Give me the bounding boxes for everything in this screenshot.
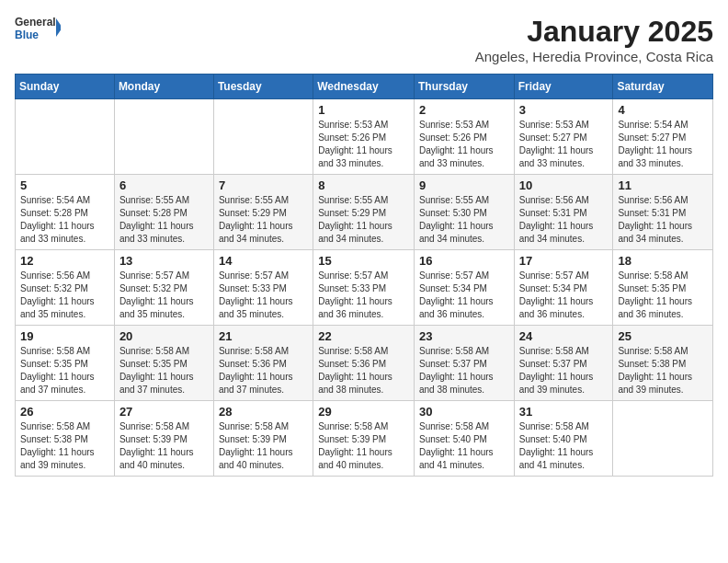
day-info: Sunrise: 5:55 AM Sunset: 5:29 PM Dayligh… [318, 194, 409, 246]
day-number: 6 [119, 178, 209, 192]
table-row: 16Sunrise: 5:57 AM Sunset: 5:34 PM Dayli… [414, 250, 514, 326]
day-info: Sunrise: 5:57 AM Sunset: 5:33 PM Dayligh… [219, 270, 308, 321]
day-info: Sunrise: 5:56 AM Sunset: 5:31 PM Dayligh… [618, 194, 708, 246]
header-wednesday: Wednesday [313, 75, 415, 99]
header-friday: Friday [514, 75, 613, 99]
logo: General Blue [15, 15, 61, 40]
day-info: Sunrise: 5:54 AM Sunset: 5:28 PM Dayligh… [20, 194, 109, 246]
day-number: 12 [20, 254, 109, 268]
day-info: Sunrise: 5:58 AM Sunset: 5:36 PM Dayligh… [219, 345, 308, 396]
header-sunday: Sunday [16, 75, 115, 99]
table-row: 3Sunrise: 5:53 AM Sunset: 5:27 PM Daylig… [514, 99, 613, 175]
header-thursday: Thursday [414, 75, 514, 99]
day-number: 20 [119, 329, 209, 343]
table-row: 27Sunrise: 5:58 AM Sunset: 5:39 PM Dayli… [114, 401, 213, 477]
day-info: Sunrise: 5:58 AM Sunset: 5:40 PM Dayligh… [519, 420, 609, 472]
table-row: 30Sunrise: 5:58 AM Sunset: 5:40 PM Dayli… [414, 401, 514, 477]
table-row: 24Sunrise: 5:58 AM Sunset: 5:37 PM Dayli… [514, 326, 613, 401]
table-row: 8Sunrise: 5:55 AM Sunset: 5:29 PM Daylig… [313, 175, 415, 250]
table-row [16, 99, 115, 175]
day-number: 2 [419, 103, 509, 117]
table-row: 1Sunrise: 5:53 AM Sunset: 5:26 PM Daylig… [313, 99, 415, 175]
calendar-week-row: 1Sunrise: 5:53 AM Sunset: 5:26 PM Daylig… [16, 99, 713, 175]
day-info: Sunrise: 5:58 AM Sunset: 5:39 PM Dayligh… [318, 420, 409, 472]
logo-svg: General Blue [15, 15, 61, 40]
header-saturday: Saturday [613, 75, 713, 99]
table-row: 28Sunrise: 5:58 AM Sunset: 5:39 PM Dayli… [213, 401, 313, 477]
table-row: 12Sunrise: 5:56 AM Sunset: 5:32 PM Dayli… [16, 250, 115, 326]
table-row [213, 99, 313, 175]
table-row: 25Sunrise: 5:58 AM Sunset: 5:38 PM Dayli… [613, 326, 713, 401]
day-number: 7 [219, 178, 308, 192]
table-row: 17Sunrise: 5:57 AM Sunset: 5:34 PM Dayli… [514, 250, 613, 326]
table-row: 6Sunrise: 5:55 AM Sunset: 5:28 PM Daylig… [114, 175, 213, 250]
table-row: 2Sunrise: 5:53 AM Sunset: 5:26 PM Daylig… [414, 99, 514, 175]
day-info: Sunrise: 5:58 AM Sunset: 5:37 PM Dayligh… [419, 345, 509, 396]
calendar-week-row: 19Sunrise: 5:58 AM Sunset: 5:35 PM Dayli… [16, 326, 713, 401]
day-info: Sunrise: 5:53 AM Sunset: 5:26 PM Dayligh… [419, 119, 509, 170]
day-number: 3 [519, 103, 609, 117]
day-number: 27 [119, 405, 209, 419]
day-info: Sunrise: 5:58 AM Sunset: 5:38 PM Dayligh… [618, 345, 708, 396]
page-container: General Blue January 2025 Angeles, Hered… [15, 15, 713, 477]
table-row: 21Sunrise: 5:58 AM Sunset: 5:36 PM Dayli… [213, 326, 313, 401]
table-row: 31Sunrise: 5:58 AM Sunset: 5:40 PM Dayli… [514, 401, 613, 477]
day-info: Sunrise: 5:56 AM Sunset: 5:31 PM Dayligh… [519, 194, 609, 246]
day-number: 23 [419, 329, 509, 343]
day-number: 14 [219, 254, 308, 268]
day-number: 26 [20, 405, 109, 419]
day-number: 11 [618, 178, 708, 192]
day-number: 28 [219, 405, 308, 419]
day-info: Sunrise: 5:56 AM Sunset: 5:32 PM Dayligh… [20, 270, 109, 321]
day-number: 18 [618, 254, 708, 268]
day-info: Sunrise: 5:58 AM Sunset: 5:37 PM Dayligh… [519, 345, 609, 396]
header: General Blue January 2025 Angeles, Hered… [15, 15, 713, 64]
day-number: 31 [519, 405, 609, 419]
day-number: 8 [318, 178, 409, 192]
day-info: Sunrise: 5:58 AM Sunset: 5:35 PM Dayligh… [20, 345, 109, 396]
day-number: 25 [618, 329, 708, 343]
subtitle: Angeles, Heredia Province, Costa Rica [475, 49, 713, 64]
table-row: 23Sunrise: 5:58 AM Sunset: 5:37 PM Dayli… [414, 326, 514, 401]
day-info: Sunrise: 5:57 AM Sunset: 5:32 PM Dayligh… [119, 270, 209, 321]
title-section: January 2025 Angeles, Heredia Province, … [475, 15, 713, 64]
day-info: Sunrise: 5:53 AM Sunset: 5:27 PM Dayligh… [519, 119, 609, 170]
table-row: 9Sunrise: 5:55 AM Sunset: 5:30 PM Daylig… [414, 175, 514, 250]
day-info: Sunrise: 5:58 AM Sunset: 5:36 PM Dayligh… [318, 345, 409, 396]
day-number: 13 [119, 254, 209, 268]
day-info: Sunrise: 5:57 AM Sunset: 5:33 PM Dayligh… [318, 270, 409, 321]
day-info: Sunrise: 5:54 AM Sunset: 5:27 PM Dayligh… [618, 119, 708, 170]
table-row: 14Sunrise: 5:57 AM Sunset: 5:33 PM Dayli… [213, 250, 313, 326]
day-number: 4 [618, 103, 708, 117]
table-row [613, 401, 713, 477]
day-info: Sunrise: 5:58 AM Sunset: 5:38 PM Dayligh… [20, 420, 109, 472]
table-row: 26Sunrise: 5:58 AM Sunset: 5:38 PM Dayli… [16, 401, 115, 477]
day-number: 5 [20, 178, 109, 192]
weekday-header-row: Sunday Monday Tuesday Wednesday Thursday… [16, 75, 713, 99]
table-row: 29Sunrise: 5:58 AM Sunset: 5:39 PM Dayli… [313, 401, 415, 477]
table-row: 11Sunrise: 5:56 AM Sunset: 5:31 PM Dayli… [613, 175, 713, 250]
table-row: 10Sunrise: 5:56 AM Sunset: 5:31 PM Dayli… [514, 175, 613, 250]
table-row: 5Sunrise: 5:54 AM Sunset: 5:28 PM Daylig… [16, 175, 115, 250]
day-number: 15 [318, 254, 409, 268]
table-row: 22Sunrise: 5:58 AM Sunset: 5:36 PM Dayli… [313, 326, 415, 401]
day-info: Sunrise: 5:55 AM Sunset: 5:28 PM Dayligh… [119, 194, 209, 246]
svg-marker-2 [56, 18, 61, 37]
day-info: Sunrise: 5:57 AM Sunset: 5:34 PM Dayligh… [419, 270, 509, 321]
day-info: Sunrise: 5:55 AM Sunset: 5:30 PM Dayligh… [419, 194, 509, 246]
calendar-week-row: 26Sunrise: 5:58 AM Sunset: 5:38 PM Dayli… [16, 401, 713, 477]
table-row [114, 99, 213, 175]
day-number: 29 [318, 405, 409, 419]
day-info: Sunrise: 5:55 AM Sunset: 5:29 PM Dayligh… [219, 194, 308, 246]
header-tuesday: Tuesday [213, 75, 313, 99]
calendar-week-row: 5Sunrise: 5:54 AM Sunset: 5:28 PM Daylig… [16, 175, 713, 250]
table-row: 13Sunrise: 5:57 AM Sunset: 5:32 PM Dayli… [114, 250, 213, 326]
day-number: 30 [419, 405, 509, 419]
table-row: 7Sunrise: 5:55 AM Sunset: 5:29 PM Daylig… [213, 175, 313, 250]
table-row: 15Sunrise: 5:57 AM Sunset: 5:33 PM Dayli… [313, 250, 415, 326]
svg-text:General: General [15, 16, 56, 29]
calendar-table: Sunday Monday Tuesday Wednesday Thursday… [15, 74, 713, 477]
day-info: Sunrise: 5:58 AM Sunset: 5:35 PM Dayligh… [119, 345, 209, 396]
day-info: Sunrise: 5:58 AM Sunset: 5:35 PM Dayligh… [618, 270, 708, 321]
calendar-week-row: 12Sunrise: 5:56 AM Sunset: 5:32 PM Dayli… [16, 250, 713, 326]
